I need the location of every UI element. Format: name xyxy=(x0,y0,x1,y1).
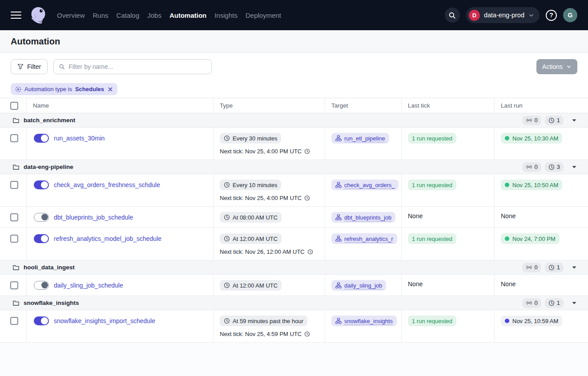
type-cell: At 12:00 AM UTC Next tick: Nov 26, 12:00… xyxy=(213,228,325,260)
help-button[interactable]: ? xyxy=(546,10,557,21)
deployment-switcher[interactable]: D data-eng-prod xyxy=(466,7,540,23)
schedule-toggle[interactable] xyxy=(34,281,49,290)
sensor-count-badge: 0 xyxy=(522,263,541,272)
run-status-dot-icon xyxy=(505,136,509,140)
type-cell: Every 30 minutes Next tick: Nov 25, 4:00… xyxy=(213,128,325,160)
row-checkbox[interactable] xyxy=(10,281,18,289)
filter-chip-prefix: Automation type is xyxy=(24,86,72,92)
page-header: Automation xyxy=(0,30,588,53)
collapse-caret-icon[interactable] xyxy=(572,302,576,304)
automation-name-link[interactable]: dbt_blueprints_job_schedule xyxy=(54,214,133,221)
folder-icon xyxy=(12,300,20,307)
menu-icon[interactable] xyxy=(11,12,21,19)
clock-icon xyxy=(224,182,230,188)
last-run-badge[interactable]: Nov 25, 10:50 AM xyxy=(501,180,562,190)
last-run-badge[interactable]: Nov 24, 7:00 PM xyxy=(501,233,560,244)
header-checkbox-cell xyxy=(0,98,27,113)
automation-name-link[interactable]: daily_sling_job_schedule xyxy=(54,282,123,289)
group-row[interactable]: batch_enrichment 0 1 xyxy=(0,113,588,128)
row-checkbox[interactable] xyxy=(10,235,18,243)
dagster-logo[interactable] xyxy=(28,5,48,25)
search-button[interactable] xyxy=(445,8,460,23)
caret-down-icon xyxy=(572,302,576,304)
filter-button[interactable]: Filter xyxy=(11,59,48,74)
search-icon xyxy=(448,12,456,19)
schedule-toggle[interactable] xyxy=(34,134,49,143)
target-chip[interactable]: check_avg_orders_ xyxy=(331,180,399,190)
name-cell: refresh_analytics_model_job_schedule xyxy=(27,228,213,260)
target-chip[interactable]: dbt_blueprints_job xyxy=(331,212,395,223)
actions-button[interactable]: Actions xyxy=(536,59,577,74)
schedule-toggle[interactable] xyxy=(34,234,49,243)
target-chip[interactable]: refresh_analytics_r xyxy=(331,233,397,244)
select-all-checkbox[interactable] xyxy=(10,102,18,110)
schedule-toggle[interactable] xyxy=(34,213,49,222)
folder-icon xyxy=(12,264,20,271)
last-run-cell: Nov 25, 10:59 AM xyxy=(495,310,588,342)
row-checkbox[interactable] xyxy=(10,317,18,325)
column-header-last-run: Last run xyxy=(495,98,588,113)
group-row[interactable]: snowflake_insights 0 1 xyxy=(0,296,588,310)
nav-item-insights[interactable]: Insights xyxy=(214,12,238,19)
name-filter-field xyxy=(53,59,212,74)
column-header-target: Target xyxy=(325,98,402,113)
group-row[interactable]: data-eng-pipeline 0 3 xyxy=(0,160,588,174)
chevron-down-icon xyxy=(528,12,534,18)
row-checkbox[interactable] xyxy=(10,181,18,189)
last-run-none: None xyxy=(501,280,516,288)
remove-filter-icon[interactable] xyxy=(108,87,113,92)
nav-item-deployment[interactable]: Deployment xyxy=(246,12,281,19)
schedule-interval-chip: At 59 minutes past the hour xyxy=(220,316,307,326)
clock-icon xyxy=(304,148,310,154)
sensor-icon xyxy=(526,264,532,270)
deployment-initial-badge: D xyxy=(469,10,480,21)
sensor-count-badge: 0 xyxy=(522,116,541,125)
automation-name-link[interactable]: refresh_analytics_model_job_schedule xyxy=(54,235,161,242)
collapse-caret-icon[interactable] xyxy=(572,119,576,122)
funnel-icon xyxy=(17,64,24,70)
automation-row: daily_sling_job_schedule At 12:00 AM UTC… xyxy=(0,275,588,296)
group-row[interactable]: hooli_data_ingest 0 1 xyxy=(0,260,588,275)
name-filter-input[interactable] xyxy=(68,63,206,70)
row-checkbox-cell xyxy=(0,228,27,260)
last-run-cell: Nov 24, 7:00 PM xyxy=(495,228,588,260)
nav-item-catalog[interactable]: Catalog xyxy=(117,12,140,19)
target-chip[interactable]: daily_sling_job xyxy=(331,280,386,291)
clock-icon xyxy=(548,300,555,306)
target-cell: refresh_analytics_r xyxy=(325,228,402,260)
target-chip[interactable]: snowflake_insights xyxy=(331,316,397,326)
last-tick-cell: None xyxy=(402,207,495,228)
automation-table: NameTypeTargetLast tickLast run batch_en… xyxy=(0,98,588,343)
job-graph-icon xyxy=(335,236,342,242)
schedule-toggle[interactable] xyxy=(34,180,49,189)
row-checkbox-cell xyxy=(0,310,27,342)
row-checkbox[interactable] xyxy=(10,213,18,221)
clock-icon xyxy=(224,135,230,141)
name-cell: check_avg_orders_freshness_schdule xyxy=(27,174,213,206)
last-tick-none: None xyxy=(408,280,423,288)
automation-name-link[interactable]: snowflake_insights_import_schedule xyxy=(54,317,155,324)
row-checkbox-cell xyxy=(0,275,27,296)
automation-type-filter-chip[interactable]: Automation type is Schedules xyxy=(11,83,117,95)
last-run-badge[interactable]: Nov 25, 10:59 AM xyxy=(501,316,562,326)
collapse-caret-icon[interactable] xyxy=(572,266,576,269)
folder-icon xyxy=(12,300,20,307)
target-chip[interactable]: run_etl_pipeline xyxy=(331,133,389,144)
automation-name-link[interactable]: run_assets_30min xyxy=(54,135,105,142)
automation-name-link[interactable]: check_avg_orders_freshness_schdule xyxy=(54,181,160,188)
collapse-caret-icon[interactable] xyxy=(572,166,576,168)
job-graph-icon xyxy=(335,318,342,324)
row-checkbox[interactable] xyxy=(10,134,18,142)
last-tick-badge: 1 run requested xyxy=(408,316,456,326)
nav-item-overview[interactable]: Overview xyxy=(57,12,85,19)
top-navigation-bar: OverviewRunsCatalogJobsAutomationInsight… xyxy=(0,0,588,30)
nav-item-runs[interactable]: Runs xyxy=(93,12,109,19)
sensor-count-badge: 0 xyxy=(522,162,541,172)
last-tick-cell: None xyxy=(402,275,495,296)
nav-item-jobs[interactable]: Jobs xyxy=(147,12,161,19)
name-cell: daily_sling_job_schedule xyxy=(27,275,213,296)
nav-item-automation[interactable]: Automation xyxy=(169,12,206,19)
user-avatar[interactable]: G xyxy=(563,8,577,22)
last-run-badge[interactable]: Nov 25, 10:30 AM xyxy=(501,133,562,144)
schedule-toggle[interactable] xyxy=(34,316,49,325)
